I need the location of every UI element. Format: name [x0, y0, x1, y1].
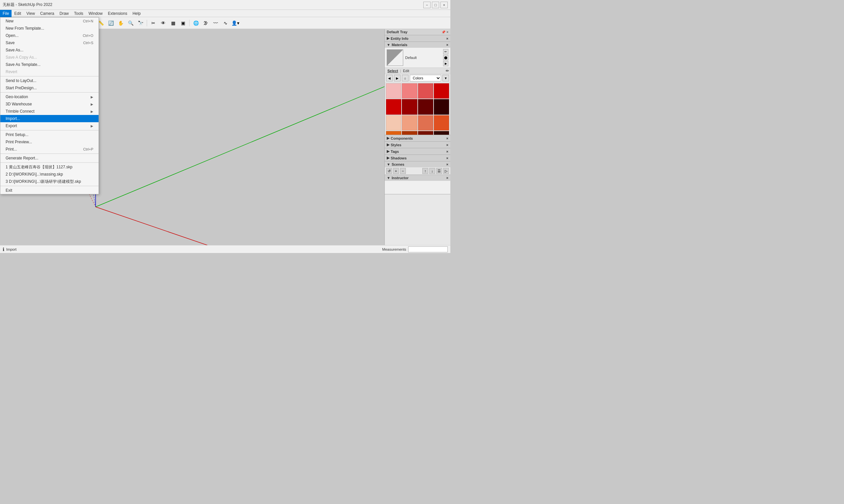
- toolbar-orbit[interactable]: 🔄: [106, 18, 115, 28]
- color-cell-9[interactable]: [402, 115, 417, 130]
- color-grid-container[interactable]: [385, 82, 450, 135]
- color-cell-2[interactable]: [418, 83, 433, 98]
- toolbar-wireframe[interactable]: ▦: [169, 18, 178, 28]
- menu-window[interactable]: Window: [86, 10, 105, 17]
- color-cell-4[interactable]: [386, 99, 401, 114]
- scenes-options-btn[interactable]: ▷: [443, 168, 449, 174]
- toolbar-profile[interactable]: 〰: [211, 18, 220, 28]
- scenes-moveup-btn[interactable]: ↑: [422, 168, 428, 174]
- menu-item-save-as---[interactable]: Save As...: [0, 47, 99, 54]
- maximize-button[interactable]: □: [432, 2, 439, 8]
- tags-header[interactable]: ▶ Tags ×: [385, 148, 450, 155]
- menu-item-import---[interactable]: Import...: [0, 115, 99, 122]
- menu-item-geo-location[interactable]: Geo-location▶: [0, 93, 99, 101]
- toolbar-shadow[interactable]: 🌐: [191, 18, 201, 28]
- tray-pin-btn[interactable]: 📌: [442, 30, 445, 34]
- color-cell-7[interactable]: [434, 99, 449, 114]
- toolbar-zoomext[interactable]: 🔭: [136, 18, 145, 28]
- instructor-close[interactable]: ×: [446, 176, 448, 180]
- menu-file[interactable]: File: [0, 10, 12, 17]
- menu-item-3d-warehouse[interactable]: 3D Warehouse▶: [0, 101, 99, 108]
- menu-item-save-as-template---[interactable]: Save As Template...: [0, 61, 99, 68]
- minimize-button[interactable]: −: [423, 2, 431, 8]
- menu-item-print---[interactable]: Print...Ctrl+P: [0, 146, 99, 153]
- styles-close[interactable]: ×: [446, 143, 448, 147]
- toolbar-extedge[interactable]: ∿: [221, 18, 230, 28]
- color-cell-6[interactable]: [418, 99, 433, 114]
- menu-help[interactable]: Help: [130, 10, 143, 17]
- styles-header[interactable]: ▶ Styles ×: [385, 142, 450, 148]
- toolbar-user[interactable]: 👤▾: [231, 18, 240, 28]
- color-cell-0[interactable]: [386, 83, 401, 98]
- materials-header[interactable]: ▼ Materials ×: [385, 42, 450, 48]
- tray-close-btn[interactable]: ×: [446, 30, 448, 34]
- scenes-remove-btn[interactable]: −: [400, 168, 406, 174]
- color-cell-5[interactable]: [402, 99, 417, 114]
- menu-item-print-preview---[interactable]: Print Preview...: [0, 138, 99, 146]
- entity-info-header[interactable]: ▶ Entity Info ×: [385, 35, 450, 41]
- color-cell-12[interactable]: [386, 131, 401, 135]
- toolbar-section[interactable]: ✂: [149, 18, 158, 28]
- color-cell-11[interactable]: [434, 115, 449, 130]
- color-list-btn[interactable]: ▼: [443, 75, 449, 82]
- menu-item-open---[interactable]: Open...Ctrl+O: [0, 32, 99, 39]
- tags-close[interactable]: ×: [446, 149, 448, 154]
- menu-item-2-d---working------massing-skp[interactable]: 2 D:\[WORKING\]...\massing.skp: [0, 170, 99, 178]
- menu-item-new-from-template---[interactable]: New From Template...: [0, 25, 99, 32]
- menu-tools[interactable]: Tools: [71, 10, 86, 17]
- entity-info-close[interactable]: ×: [446, 37, 448, 40]
- menu-edit[interactable]: Edit: [12, 10, 24, 17]
- mat-pencil-btn[interactable]: ✏: [446, 69, 449, 73]
- toolbar-zoom[interactable]: 🔍: [126, 18, 135, 28]
- menu-item-generate-report---[interactable]: Generate Report...: [0, 155, 99, 162]
- menu-item-new[interactable]: NewCtrl+N: [0, 17, 99, 25]
- color-cell-14[interactable]: [418, 131, 433, 135]
- measurements-input[interactable]: [408, 247, 448, 252]
- shadows-header[interactable]: ▶ Shadows ×: [385, 155, 450, 161]
- menu-item-trimble-connect[interactable]: Trimble Connect▶: [0, 108, 99, 115]
- color-cell-1[interactable]: [402, 83, 417, 98]
- color-cell-3[interactable]: [434, 83, 449, 98]
- shadows-close[interactable]: ×: [446, 156, 448, 160]
- scenes-detail-btn[interactable]: ☰: [436, 168, 442, 174]
- mat-arrow-btn[interactable]: ▶: [443, 61, 448, 66]
- toolbar-fog[interactable]: 🌫: [201, 18, 210, 28]
- menu-item-1-------------1127-skp[interactable]: 1 黄山五老峰百寿谷【现状】1127.skp: [0, 163, 99, 170]
- scenes-movedown-btn[interactable]: ↓: [429, 168, 435, 174]
- edit-tab[interactable]: Edit: [401, 69, 411, 73]
- menu-item-start-predesign---[interactable]: Start PreDesign...: [0, 84, 99, 92]
- components-header[interactable]: ▶ Components ×: [385, 135, 450, 141]
- materials-close[interactable]: ×: [446, 43, 448, 47]
- toolbar-pan[interactable]: ✋: [116, 18, 125, 28]
- menu-item-save[interactable]: SaveCtrl+S: [0, 39, 99, 47]
- color-cell-15[interactable]: [434, 131, 449, 135]
- menu-item-exit[interactable]: Exit: [0, 187, 99, 194]
- menu-item-3-d---working----------------s[interactable]: 3 D:\[WORKING\]...\新场研学\搭建模型.skp: [0, 178, 99, 185]
- instructor-header[interactable]: ▼ Instructor ×: [385, 175, 450, 181]
- scenes-header[interactable]: ▼ Scenes ×: [385, 161, 450, 167]
- color-home-btn[interactable]: ⌂: [402, 75, 409, 82]
- mat-eyedropper-btn[interactable]: ✏: [443, 49, 448, 54]
- menu-item-send-to-layout---[interactable]: Send to LayOut...: [0, 77, 99, 84]
- color-back-btn[interactable]: ◀: [386, 75, 393, 82]
- color-cell-13[interactable]: [402, 131, 417, 135]
- color-forward-btn[interactable]: ▶: [394, 75, 400, 82]
- menu-camera[interactable]: Camera: [38, 10, 57, 17]
- mat-fill-btn[interactable]: ⬤: [443, 55, 448, 60]
- color-dropdown[interactable]: Colors: [410, 75, 441, 82]
- color-cell-10[interactable]: [418, 115, 433, 130]
- toolbar-x-ray[interactable]: 👁: [159, 18, 168, 28]
- menu-view[interactable]: View: [24, 10, 38, 17]
- scenes-close[interactable]: ×: [446, 162, 448, 166]
- scenes-refresh-btn[interactable]: ↺: [386, 168, 392, 174]
- toolbar-hidden[interactable]: ▣: [178, 18, 188, 28]
- menu-extensions[interactable]: Extensions: [105, 10, 130, 17]
- menu-item-export[interactable]: Export▶: [0, 122, 99, 129]
- color-cell-8[interactable]: [386, 115, 401, 130]
- components-close[interactable]: ×: [446, 137, 448, 140]
- scenes-add-btn[interactable]: +: [393, 168, 399, 174]
- menu-draw[interactable]: Draw: [57, 10, 71, 17]
- select-tab[interactable]: Select: [386, 69, 399, 73]
- menu-item-print-setup---[interactable]: Print Setup...: [0, 131, 99, 138]
- close-button[interactable]: ×: [441, 2, 448, 8]
